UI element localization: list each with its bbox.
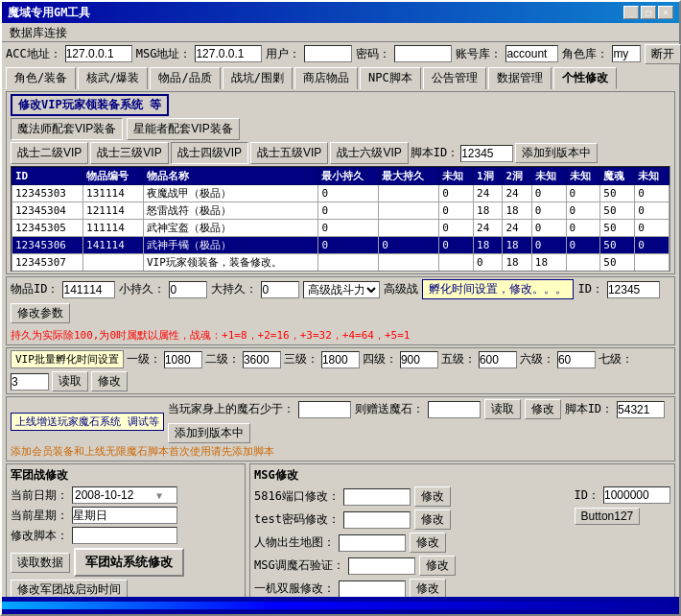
- msg-test-modify[interactable]: 修改: [414, 509, 451, 530]
- level-modify-button[interactable]: 修改: [91, 371, 128, 391]
- col-id: ID: [12, 168, 83, 185]
- tab-nuclear[interactable]: 核武/爆装: [78, 67, 148, 89]
- level7-input[interactable]: [11, 373, 49, 391]
- msg-stone-row: MSG调魔石验证： 修改: [254, 556, 559, 576]
- guild-week-input[interactable]: [72, 507, 177, 524]
- gift-modify-button[interactable]: 修改: [525, 399, 561, 419]
- tab-announcement[interactable]: 公告管理: [423, 67, 486, 89]
- level6-input[interactable]: [557, 351, 596, 368]
- user-label: 用户：: [266, 46, 300, 62]
- vip-level-4[interactable]: 战士四级VIP: [171, 142, 248, 164]
- level4-input[interactable]: [400, 351, 438, 368]
- tab-shop[interactable]: 商店物品: [294, 67, 358, 89]
- guild-date-label: 当前日期：: [11, 487, 68, 504]
- col-item-name: 物品名称: [143, 168, 317, 185]
- tab-npc[interactable]: NPC脚本: [360, 67, 421, 89]
- acc-input[interactable]: [65, 45, 132, 62]
- vip-section: 修改VIP玩家领装备系统 等 魔法师配套VIP装备 星能者配套VIP装备 战士二…: [6, 91, 675, 274]
- table-row[interactable]: 12345303131114夜魔战甲（极品）00242400500: [12, 185, 669, 202]
- level6-label: 六级：: [520, 351, 554, 367]
- tab-data[interactable]: 数据管理: [488, 67, 552, 89]
- msg-test-input[interactable]: [343, 511, 411, 529]
- gift-add-button[interactable]: 添加到版本中: [168, 423, 250, 443]
- item-id-input[interactable]: [62, 281, 115, 298]
- vip-level-6[interactable]: 战士六级VIP: [330, 142, 408, 164]
- gift-fetch-button[interactable]: 读取: [484, 399, 521, 419]
- vip-sub-tabs: 魔法师配套VIP装备 星能者配套VIP装备: [11, 118, 670, 140]
- msg-dual-modify[interactable]: 修改: [410, 579, 446, 597]
- msg-port-modify[interactable]: 修改: [414, 486, 451, 507]
- guild-modify-time-row: 修改军团战启动时间: [11, 580, 241, 597]
- id2-input[interactable]: [607, 281, 660, 298]
- modify-params-button[interactable]: 修改参数: [11, 303, 70, 323]
- menu-item-db[interactable]: 数据库连接: [6, 25, 71, 40]
- level3-input[interactable]: [321, 351, 360, 368]
- min-dur-input[interactable]: [169, 281, 207, 298]
- msg-dual-input[interactable]: [339, 580, 406, 598]
- guild-date-input[interactable]: [75, 488, 156, 502]
- date-dropdown-icon[interactable]: ▼: [156, 490, 162, 501]
- table-row[interactable]: 12345304121114怒雷战符（极品）00181800500: [12, 202, 669, 220]
- min-dur-label: 小持久：: [119, 281, 165, 297]
- msg-map-modify[interactable]: 修改: [410, 533, 446, 553]
- guild-script-input[interactable]: [72, 527, 177, 544]
- script-id-label: 脚本ID：: [411, 145, 458, 161]
- col-item-no: 物品编号: [83, 168, 144, 185]
- pass-input[interactable]: [394, 45, 452, 62]
- table-row[interactable]: 12345305111114武神宝盔（极品）00242400500: [12, 220, 669, 237]
- level-config-title: VIP批量孵化时间设置: [11, 350, 124, 368]
- give-label: 则赠送魔石：: [355, 401, 424, 417]
- level2-input[interactable]: [243, 351, 281, 368]
- button127[interactable]: Button127: [575, 508, 641, 525]
- max-dur-input[interactable]: [261, 281, 299, 298]
- table-row[interactable]: 12345307VIP玩家领装备，装备修改。0181850: [12, 254, 669, 272]
- guild-week-label: 当前星期：: [11, 508, 68, 524]
- vip-level-2[interactable]: 战士二级VIP: [11, 142, 88, 164]
- guild-read-button[interactable]: 读取数据: [11, 553, 70, 573]
- main-tabs: 角色/装备 核武/爆装 物品/品质 战坑/围剿 商店物品 NPC脚本 公告管理 …: [2, 65, 679, 89]
- account-db-input[interactable]: [505, 45, 558, 62]
- tab-item[interactable]: 物品/品质: [150, 67, 220, 89]
- table-row[interactable]: 12345306141114武神手镯（极品）000181800500: [12, 237, 669, 254]
- vip-script-id-input[interactable]: [460, 145, 513, 162]
- msg-port-input[interactable]: [343, 488, 411, 506]
- guild-modify-time-button[interactable]: 修改军团战启动时间: [11, 580, 128, 597]
- tab-personal[interactable]: 个性修改: [553, 67, 617, 89]
- vip-level-5[interactable]: 战士五级VIP: [250, 142, 328, 164]
- msg-map-input[interactable]: [339, 534, 406, 552]
- level5-input[interactable]: [479, 351, 517, 368]
- vip-level-3[interactable]: 战士三级VIP: [90, 142, 168, 164]
- gift-script-id-input[interactable]: [617, 401, 665, 418]
- guild-system-button[interactable]: 军团站系统修改: [74, 548, 184, 577]
- title-bar: 魔域专用GM工具 _ □ ×: [2, 2, 679, 23]
- user-input[interactable]: [304, 45, 352, 62]
- vip-subtab-mage[interactable]: 魔法师配套VIP装备: [11, 118, 123, 140]
- col-min-dur: 最小持久: [318, 168, 379, 185]
- level-fetch-button[interactable]: 读取: [52, 371, 88, 391]
- msg-stone-input[interactable]: [348, 557, 415, 575]
- minimize-button[interactable]: _: [623, 6, 639, 19]
- stone-give-input[interactable]: [428, 401, 481, 418]
- guild-button-row: 读取数据 军团站系统修改: [11, 548, 241, 577]
- col-max-dur: 最大持久: [379, 168, 439, 185]
- tab-battle[interactable]: 战坑/围剿: [223, 67, 293, 89]
- level1-input[interactable]: [164, 351, 202, 368]
- disconnect-button[interactable]: 断开: [645, 44, 681, 64]
- combat-select[interactable]: 高级战斗力: [303, 281, 380, 298]
- guild-script-label: 修改脚本：: [11, 528, 68, 544]
- menu-bar: 数据库连接: [2, 23, 679, 42]
- vip-subtab-star[interactable]: 星能者配套VIP装备: [127, 118, 239, 140]
- msg-id-input[interactable]: [603, 486, 670, 504]
- vip-table-container: ID 物品编号 物品名称 最小持久 最大持久 未知 1洞 2洞 未知 未知 魔魂…: [11, 166, 670, 272]
- level3-label: 三级：: [284, 351, 318, 367]
- vip-add-to-version-button[interactable]: 添加到版本中: [515, 143, 598, 163]
- maximize-button[interactable]: □: [641, 6, 656, 19]
- close-button[interactable]: ×: [658, 6, 673, 19]
- msg-input[interactable]: [195, 45, 262, 62]
- msg-fields: 5816端口修改： 修改 test密码修改： 修改 人物出生地图：: [254, 486, 559, 597]
- connection-toolbar: ACC地址： MSG地址： 用户： 密码： 账号库： 角色库： 断开: [2, 42, 679, 65]
- stone-less-input[interactable]: [298, 401, 351, 418]
- msg-stone-modify[interactable]: 修改: [419, 556, 456, 576]
- tab-character[interactable]: 角色/装备: [6, 67, 76, 89]
- role-db-input[interactable]: [612, 45, 641, 62]
